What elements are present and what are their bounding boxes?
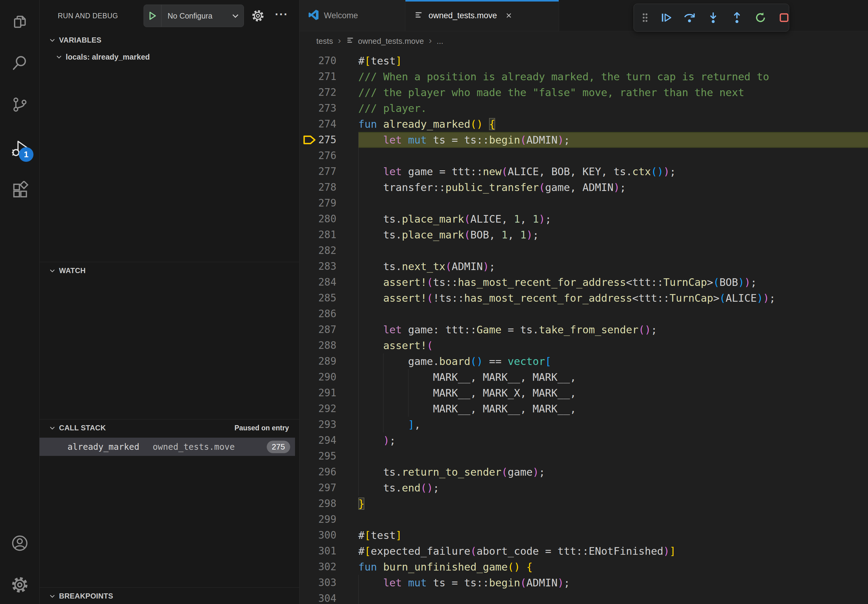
call-stack-section-header[interactable]: CALL STACK Paused on entry — [40, 420, 299, 437]
gutter[interactable]: 293 — [299, 417, 358, 432]
code-line[interactable]: 274fun already_marked() { — [299, 116, 868, 132]
code-line[interactable]: 282 — [299, 243, 868, 259]
manage-button[interactable] — [10, 576, 29, 595]
gear-icon — [11, 576, 29, 595]
code-line[interactable]: 272/// the player who made the "false" m… — [299, 85, 868, 101]
gutter[interactable]: 291 — [299, 385, 358, 401]
tab-owned-tests-move[interactable]: owned_tests.move — [405, 0, 559, 31]
gutter[interactable]: 292 — [299, 401, 358, 417]
gutter[interactable]: 299 — [299, 511, 358, 527]
gutter[interactable]: 289 — [299, 353, 358, 369]
sidebar-item-source-control[interactable] — [10, 96, 29, 115]
debug-settings-button[interactable] — [250, 0, 267, 32]
code-line[interactable]: 279 — [299, 195, 868, 211]
gutter[interactable]: 295 — [299, 448, 358, 464]
code-line[interactable]: 285 assert!(!ts::has_most_recent_for_add… — [299, 290, 868, 306]
code-line[interactable]: 275 let mut ts = ts::begin(ADMIN); — [299, 132, 868, 148]
code-line[interactable]: 297 ts.end(); — [299, 480, 868, 496]
code-line[interactable]: 301#[expected_failure(abort_code = ttt::… — [299, 543, 868, 559]
gutter[interactable]: 279 — [299, 195, 358, 211]
restart-button[interactable] — [754, 11, 767, 24]
gutter[interactable]: 287 — [299, 322, 358, 338]
code-line[interactable]: 283 ts.next_tx(ADMIN); — [299, 259, 868, 274]
sidebar-item-extensions[interactable] — [10, 181, 29, 200]
code-line[interactable]: 291 MARK__, MARK_X, MARK__, — [299, 385, 868, 401]
gutter[interactable]: 286 — [299, 306, 358, 322]
gutter[interactable]: 284 — [299, 274, 358, 290]
code-line[interactable]: 289 game.board() == vector[ — [299, 353, 868, 369]
gutter[interactable]: 304 — [299, 591, 358, 604]
step-out-button[interactable] — [730, 11, 743, 24]
gutter[interactable]: 283 — [299, 259, 358, 274]
code-line[interactable]: 290 MARK__, MARK__, MARK__, — [299, 369, 868, 385]
code-line[interactable]: 270#[test] — [299, 53, 868, 69]
code-line[interactable]: 284 assert!(ts::has_most_recent_for_addr… — [299, 274, 868, 290]
gutter[interactable]: 301 — [299, 543, 358, 559]
code-line[interactable]: 278 transfer::public_transfer(game, ADMI… — [299, 180, 868, 195]
gutter[interactable]: 276 — [299, 148, 358, 164]
drag-handle[interactable] — [641, 12, 649, 23]
watch-section-header[interactable]: WATCH — [40, 262, 299, 279]
stop-button[interactable] — [778, 12, 790, 24]
gutter[interactable]: 297 — [299, 480, 358, 496]
gutter[interactable]: 300 — [299, 527, 358, 543]
gutter[interactable]: 270 — [299, 53, 358, 69]
variables-scope-locals[interactable]: locals: already_marked — [40, 49, 299, 65]
breadcrumb-item-symbol[interactable]: ... — [437, 37, 443, 46]
breadcrumb-item-file[interactable]: owned_tests.move — [346, 36, 424, 47]
gutter[interactable]: 280 — [299, 211, 358, 227]
step-into-button[interactable] — [707, 11, 719, 24]
tab-welcome[interactable]: Welcome — [299, 0, 405, 31]
sidebar-item-explorer[interactable] — [10, 11, 29, 31]
gutter[interactable]: 288 — [299, 338, 358, 353]
code-line[interactable]: 299 — [299, 511, 868, 527]
code-line[interactable]: 293 ], — [299, 417, 868, 432]
code-line[interactable]: 300#[test] — [299, 527, 868, 543]
sidebar-item-search[interactable] — [10, 54, 29, 73]
gutter[interactable]: 302 — [299, 559, 358, 575]
breakpoints-section-header[interactable]: BREAKPOINTS — [40, 588, 299, 604]
code-line[interactable]: 295 — [299, 448, 868, 464]
code-line[interactable]: 302fun burn_unfinished_game() { — [299, 559, 868, 575]
gutter[interactable]: 281 — [299, 227, 358, 243]
code-line[interactable]: 294 ); — [299, 432, 868, 448]
code-line[interactable]: 304 — [299, 591, 868, 604]
gutter[interactable]: 274 — [299, 116, 358, 132]
gutter[interactable]: 277 — [299, 164, 358, 180]
code-line[interactable]: 292 MARK__, MARK__, MARK__, — [299, 401, 868, 417]
code-line[interactable]: 271/// When a position is already marked… — [299, 69, 868, 85]
code-line[interactable]: 288 assert!( — [299, 338, 868, 353]
gutter[interactable]: 298 — [299, 496, 358, 511]
code-line[interactable]: 276 — [299, 148, 868, 164]
variables-section-header[interactable]: VARIABLES — [40, 32, 299, 49]
gutter[interactable]: 296 — [299, 464, 358, 480]
gutter[interactable]: 278 — [299, 180, 358, 195]
call-stack-frame[interactable]: already_marked owned_tests.move 275 — [40, 438, 295, 456]
continue-button[interactable] — [660, 12, 672, 24]
accounts-button[interactable] — [10, 534, 29, 553]
debug-config-dropdown[interactable]: No Configura — [144, 5, 244, 27]
gutter[interactable]: 275 — [299, 132, 358, 148]
views-more-actions-button[interactable]: ··· — [273, 0, 290, 32]
code-line[interactable]: 280 ts.place_mark(ALICE, 1, 1); — [299, 211, 868, 227]
start-debug-button[interactable] — [144, 5, 161, 27]
gutter[interactable]: 294 — [299, 432, 358, 448]
gutter[interactable]: 285 — [299, 290, 358, 306]
code-line[interactable]: 298} — [299, 496, 868, 511]
gutter[interactable]: 282 — [299, 243, 358, 259]
code-line[interactable]: 277 let game = ttt::new(ALICE, BOB, KEY,… — [299, 164, 868, 180]
code-line[interactable]: 303 let mut ts = ts::begin(ADMIN); — [299, 575, 868, 591]
gutter[interactable]: 273 — [299, 101, 358, 116]
gutter[interactable]: 271 — [299, 69, 358, 85]
gutter[interactable]: 290 — [299, 369, 358, 385]
gutter[interactable]: 272 — [299, 85, 358, 101]
code-line[interactable]: 287 let game: ttt::Game = ts.take_from_s… — [299, 322, 868, 338]
close-icon[interactable] — [505, 12, 513, 19]
code-line[interactable]: 273/// player. — [299, 101, 868, 116]
code-line[interactable]: 281 ts.place_mark(BOB, 1, 1); — [299, 227, 868, 243]
breadcrumb-item-tests[interactable]: tests — [316, 37, 333, 46]
gutter[interactable]: 303 — [299, 575, 358, 591]
step-over-button[interactable] — [683, 11, 696, 24]
code-line[interactable]: 286 — [299, 306, 868, 322]
code-line[interactable]: 296 ts.return_to_sender(game); — [299, 464, 868, 480]
